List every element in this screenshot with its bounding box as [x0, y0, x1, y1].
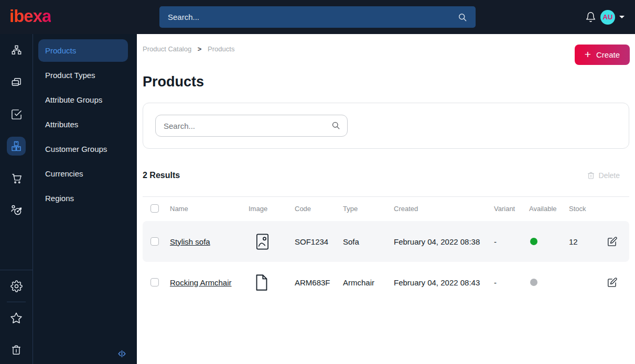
search-field — [155, 115, 348, 137]
delete-button-label: Delete — [599, 171, 620, 180]
trash-icon — [10, 344, 22, 356]
search-panel — [143, 103, 629, 149]
delete-button[interactable]: Delete — [587, 171, 620, 180]
rail-item-personalization[interactable] — [7, 201, 26, 219]
personalization-target-icon — [10, 204, 23, 216]
column-header-name[interactable]: Name — [170, 205, 249, 213]
avatar[interactable]: AU — [600, 10, 615, 25]
edit-icon — [607, 277, 618, 288]
sidebar-collapse-icon[interactable] — [117, 349, 127, 359]
row-checkbox[interactable] — [150, 237, 159, 246]
column-header-available: Available — [529, 205, 569, 213]
column-header-created[interactable]: Created — [394, 205, 494, 213]
results-bar: 2 Results Delete — [143, 171, 629, 180]
sidebar-item-attribute-groups[interactable]: Attribute Groups — [38, 89, 128, 111]
rail-divider — [7, 302, 26, 302]
sidebar-item-customer-groups[interactable]: Customer Groups — [38, 138, 128, 160]
product-variant: - — [494, 237, 529, 246]
global-search-input[interactable] — [159, 13, 457, 21]
main-content: Product Catalog > Products + Create Prod… — [137, 34, 635, 364]
product-search-input[interactable] — [155, 115, 348, 137]
trash-icon — [587, 171, 595, 180]
check-square-icon — [10, 108, 23, 120]
product-name-link[interactable]: Stylish sofa — [170, 237, 249, 246]
search-icon[interactable] — [457, 12, 468, 23]
rail-top-group — [0, 34, 33, 219]
product-created: February 04, 2022 08:43 — [394, 278, 494, 287]
rail-item-tasks[interactable] — [7, 105, 26, 124]
rail-item-settings[interactable] — [7, 277, 26, 295]
rail-item-pages[interactable] — [7, 73, 26, 92]
create-button-label: Create — [596, 50, 620, 59]
main-nav-rail — [0, 34, 33, 364]
column-header-image: Image — [249, 205, 295, 213]
pages-icon — [10, 76, 23, 89]
ibexa-logo[interactable]: ibexa — [9, 6, 51, 26]
sidebar-item-regions[interactable]: Regions — [38, 187, 128, 209]
search-icon[interactable] — [331, 120, 341, 130]
product-code: ARM683F — [295, 278, 343, 287]
rail-item-trash[interactable] — [7, 340, 26, 359]
topbar-right: AU — [585, 0, 625, 34]
product-code: SOF1234 — [295, 237, 343, 246]
product-image-cell — [255, 274, 295, 291]
column-header-variant: Variant — [494, 205, 529, 213]
product-created: February 04, 2022 08:38 — [394, 237, 494, 246]
notifications-bell-icon[interactable] — [585, 12, 596, 23]
image-icon — [255, 233, 270, 250]
column-header-type[interactable]: Type — [343, 205, 394, 213]
table-row: Rocking Armchair ARM683F Armchair Februa… — [143, 262, 629, 303]
product-stock: 12 — [569, 237, 607, 246]
product-name-link[interactable]: Rocking Armchair — [170, 278, 249, 287]
plus-icon: + — [585, 49, 591, 60]
rail-item-product-catalog[interactable] — [7, 137, 26, 156]
sidebar-item-products[interactable]: Products — [38, 39, 128, 62]
app-root: ibexa AU — [0, 0, 635, 364]
table-header: Name Image Code Type Created Variant Ava… — [143, 196, 629, 221]
results-count: 2 Results — [143, 171, 180, 180]
shopping-cart-icon — [10, 172, 23, 184]
page-title: Products — [143, 74, 629, 90]
products-table: Name Image Code Type Created Variant Ava… — [143, 196, 629, 303]
select-all-checkbox[interactable] — [150, 204, 159, 213]
catalog-sidebar: Products Product Types Attribute Groups … — [33, 34, 137, 364]
edit-button[interactable] — [607, 236, 625, 247]
product-boxes-icon — [10, 140, 23, 152]
file-icon — [255, 274, 268, 291]
rail-item-commerce[interactable] — [7, 169, 26, 187]
rail-item-bookmarks[interactable] — [7, 308, 26, 327]
breadcrumb-products[interactable]: Products — [208, 45, 234, 53]
column-header-code[interactable]: Code — [295, 205, 343, 213]
available-status-dot — [530, 279, 537, 286]
table-row: Stylish sofa SOF1234 Sofa February 04, 2… — [143, 221, 629, 262]
edit-icon — [607, 236, 618, 247]
topbar: ibexa AU — [0, 0, 635, 34]
user-menu-caret-icon[interactable] — [619, 16, 625, 18]
product-type: Sofa — [343, 237, 394, 246]
product-variant: - — [494, 278, 529, 287]
sidebar-item-product-types[interactable]: Product Types — [38, 64, 128, 86]
sidebar-item-currencies[interactable]: Currencies — [38, 162, 128, 185]
breadcrumb-product-catalog[interactable]: Product Catalog — [143, 45, 191, 53]
rail-divider — [0, 270, 33, 270]
sidebar-item-attributes[interactable]: Attributes — [38, 113, 128, 136]
column-header-stock: Stock — [569, 205, 607, 213]
row-checkbox[interactable] — [150, 278, 159, 286]
product-type: Armchair — [343, 278, 394, 287]
gear-icon — [10, 280, 23, 292]
rail-item-content-tree[interactable] — [7, 41, 26, 60]
content-tree-icon — [10, 45, 23, 57]
product-image-cell — [255, 233, 295, 250]
available-status-dot — [530, 238, 537, 245]
breadcrumb: Product Catalog > Products — [143, 45, 629, 53]
global-search[interactable] — [159, 6, 476, 28]
star-icon — [10, 312, 23, 324]
edit-button[interactable] — [607, 277, 625, 288]
breadcrumb-separator: > — [198, 45, 202, 53]
create-button[interactable]: + Create — [575, 45, 630, 65]
